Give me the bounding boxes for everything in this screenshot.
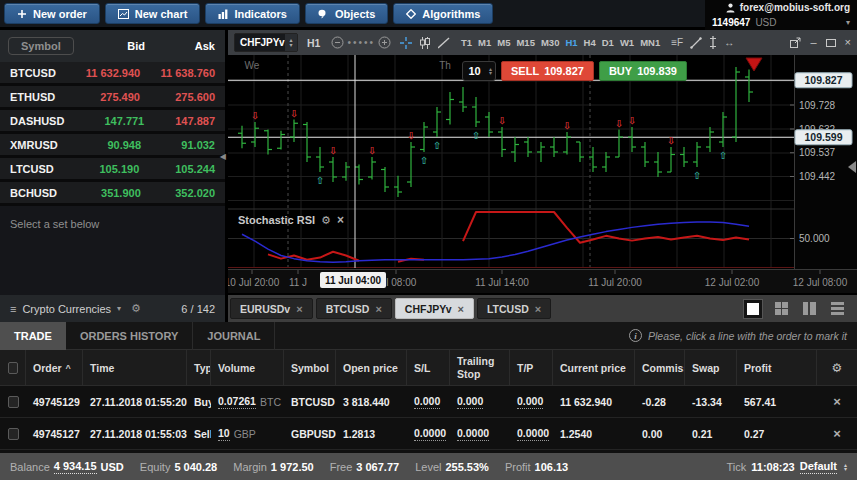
- volume-input[interactable]: 10 ▴▾: [462, 61, 496, 81]
- indicator-list-icon[interactable]: ≡F: [671, 37, 683, 48]
- timeframe-w1[interactable]: W1: [620, 37, 634, 48]
- order-checkbox[interactable]: [8, 428, 19, 440]
- collapse-sidebar-icon[interactable]: ◀: [220, 152, 226, 161]
- watchlist-row[interactable]: XMRUSD90.94891.032: [0, 134, 225, 158]
- tp-value[interactable]: 0.000: [517, 395, 543, 409]
- volume-value[interactable]: 0.07261: [218, 395, 256, 409]
- trade-tab-journal[interactable]: JOURNAL: [193, 322, 275, 350]
- ask-price[interactable]: 147.887: [144, 115, 215, 127]
- indicators-button[interactable]: Indicators: [205, 3, 300, 24]
- trailing-stop-value[interactable]: 0.000: [457, 395, 483, 409]
- layout-horizontal-icon[interactable]: [827, 299, 847, 319]
- detach-window-icon[interactable]: [790, 37, 801, 48]
- gear-icon[interactable]: ⚙: [131, 302, 141, 315]
- sl-value[interactable]: 0.0000: [414, 427, 446, 441]
- timeframe-mn1[interactable]: MN1: [640, 37, 660, 48]
- ask-price[interactable]: 105.244: [139, 163, 215, 175]
- timeframe-h1[interactable]: H1: [565, 37, 577, 48]
- timeframe-m1[interactable]: M1: [478, 37, 491, 48]
- indicator-settings-icon[interactable]: ⚙: [321, 214, 331, 227]
- timeframe-t1[interactable]: T1: [461, 37, 472, 48]
- close-chart-icon[interactable]: ×: [845, 37, 851, 48]
- close-order-icon[interactable]: ×: [833, 426, 841, 441]
- line-style-icon[interactable]: [438, 37, 450, 49]
- profile-stepper-icon[interactable]: ▴▾: [844, 463, 847, 471]
- close-icon[interactable]: ×: [458, 303, 464, 315]
- close-icon[interactable]: ×: [375, 303, 381, 315]
- ask-price[interactable]: 91.032: [141, 139, 215, 151]
- timeframe-m15[interactable]: M15: [516, 37, 534, 48]
- chart-symbol-select[interactable]: CHFJPYv ▴▾: [234, 33, 298, 52]
- bid-price[interactable]: 11 632.940: [56, 67, 140, 79]
- chevron-down-icon[interactable]: ▾: [846, 18, 850, 27]
- chart-tab-btcusd[interactable]: BTCUSD×: [316, 298, 392, 319]
- status-value[interactable]: 4 934.15: [54, 460, 97, 474]
- symbol-set-bar[interactable]: ≡ Crypto Currencies ▾ ⚙ 6 / 142: [0, 295, 225, 322]
- zoom-out-icon[interactable]: [331, 36, 344, 49]
- timeframe-h4[interactable]: H4: [584, 37, 596, 48]
- account-panel[interactable]: forex@mobius-soft.org 1149647 USD ▾: [705, 0, 857, 30]
- bid-price[interactable]: 147.771: [64, 115, 144, 127]
- trailing-stop-value[interactable]: 0.0000: [457, 427, 489, 441]
- bid-price[interactable]: 275.490: [55, 91, 140, 103]
- ask-price[interactable]: 11 638.760: [140, 67, 215, 79]
- layout-vertical-icon[interactable]: [799, 299, 819, 319]
- algorithms-button[interactable]: Algorithms: [393, 3, 493, 24]
- close-icon[interactable]: ×: [535, 303, 541, 315]
- layout-single-icon[interactable]: [743, 299, 763, 319]
- indicator-remove-icon[interactable]: ×: [337, 213, 344, 227]
- symbol-stepper[interactable]: ▴▾: [285, 34, 297, 51]
- horizontal-line-tool-icon[interactable]: ↔: [724, 37, 734, 48]
- timeframe-m30[interactable]: M30: [541, 37, 559, 48]
- objects-button[interactable]: Objects: [305, 3, 388, 24]
- column-header-order[interactable]: Order^: [26, 350, 83, 385]
- close-icon[interactable]: ×: [296, 303, 302, 315]
- chart-tab-ltcusd[interactable]: LTCUSD×: [477, 298, 551, 319]
- profile-selector[interactable]: Default: [800, 460, 837, 474]
- chart-tab-eurusdv[interactable]: EURUSDv×: [230, 298, 313, 319]
- bid-price[interactable]: 90.948: [58, 139, 141, 151]
- maximize-icon[interactable]: [826, 38, 836, 48]
- vertical-line-tool-icon[interactable]: [709, 36, 717, 49]
- watchlist-row[interactable]: LTCUSD105.190105.244: [0, 158, 225, 182]
- crosshair-icon[interactable]: [400, 37, 412, 49]
- candles-icon[interactable]: [419, 37, 431, 49]
- column-header-select[interactable]: [0, 350, 26, 385]
- sell-button[interactable]: SELL 109.827: [501, 61, 594, 81]
- new-order-button[interactable]: New order: [4, 3, 100, 24]
- layout-grid-icon[interactable]: [771, 299, 791, 319]
- new-chart-button[interactable]: New chart: [105, 3, 201, 24]
- watchlist-row[interactable]: BTCUSD11 632.94011 638.760: [0, 62, 225, 86]
- timeframe-m5[interactable]: M5: [497, 37, 510, 48]
- watchlist-row[interactable]: DASHUSD147.771147.887: [0, 110, 225, 134]
- trade-tab-trade[interactable]: TRADE: [0, 322, 66, 350]
- watchlist-row[interactable]: BCHUSD351.900352.020: [0, 182, 225, 206]
- trade-tab-orders-history[interactable]: ORDERS HISTORY: [66, 322, 193, 350]
- watchlist-row[interactable]: ETHUSD275.490275.600: [0, 86, 225, 110]
- tp-value[interactable]: 0.0000: [517, 427, 549, 441]
- ask-price[interactable]: 275.600: [140, 91, 215, 103]
- volume-value[interactable]: 10: [218, 427, 230, 441]
- chart-body[interactable]: ⇩⇩⇧⇩⇩⇩⇧⇧⇧⇩⇩⇩⇩⇩⇧⇧109.728109.632109.537109…: [228, 55, 857, 293]
- price-chart[interactable]: ⇩⇩⇧⇩⇩⇩⇧⇧⇧⇩⇩⇩⇩⇩⇧⇧109.728109.632109.537109…: [228, 55, 857, 293]
- order-row[interactable]: 4974512927.11.2018 01:55:20Buy0.07261BTC…: [0, 386, 857, 418]
- volume-stepper[interactable]: ▴▾: [486, 67, 495, 76]
- bid-price[interactable]: 351.900: [57, 187, 141, 199]
- bid-price[interactable]: 105.190: [54, 163, 139, 175]
- buy-button[interactable]: BUY 109.839: [599, 61, 687, 81]
- select-all-checkbox[interactable]: [8, 362, 18, 374]
- timeframe-d1[interactable]: D1: [602, 37, 614, 48]
- table-settings-gear-icon[interactable]: ⚙: [832, 361, 843, 375]
- chevron-down-icon[interactable]: ▾: [117, 304, 121, 313]
- order-row[interactable]: 4974512727.11.2018 01:55:03Sell10GBPGBPU…: [0, 418, 857, 450]
- trendline-tool-icon[interactable]: [690, 37, 702, 49]
- ask-price[interactable]: 352.020: [141, 187, 215, 199]
- order-checkbox[interactable]: [8, 396, 19, 408]
- symbol-filter-button[interactable]: Symbol: [8, 37, 74, 55]
- close-order-icon[interactable]: ×: [833, 394, 841, 409]
- chart-tab-chfjpyv[interactable]: CHFJPYv×: [395, 298, 474, 319]
- symbol-name: ETHUSD: [10, 91, 55, 103]
- sl-value[interactable]: 0.000: [414, 395, 440, 409]
- zoom-in-icon[interactable]: [378, 36, 391, 49]
- minimize-icon[interactable]: –: [810, 37, 816, 48]
